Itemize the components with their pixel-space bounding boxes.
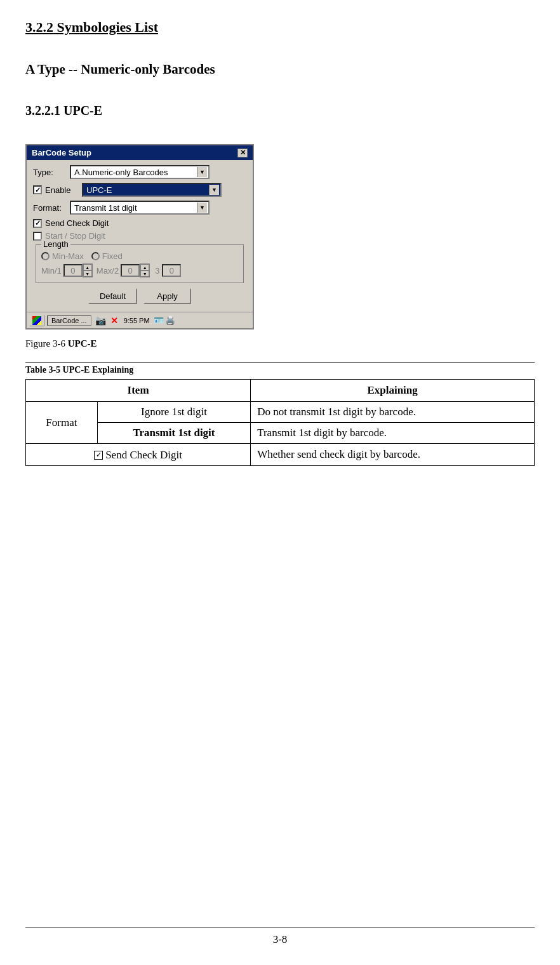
min-spin-input[interactable] — [63, 264, 83, 277]
format-label: Format: — [33, 203, 66, 213]
max-spinbox: ▲ ▼ — [121, 263, 150, 277]
max-label: Max/2 — [97, 266, 119, 276]
fixed-label: Fixed — [102, 251, 123, 261]
min-max-label: Min-Max — [52, 251, 84, 261]
figure-container: BarCode Setup ✕ Type: A.Numeric-only Bar… — [25, 144, 535, 329]
three-spinbox — [162, 264, 181, 277]
default-button[interactable]: Default — [88, 288, 137, 304]
subsection-title: 3.2.2.1 UPC-E — [25, 103, 535, 118]
item-header: Item — [26, 380, 251, 402]
table-caption-prefix: Table 3-5 — [25, 365, 60, 375]
enable-row: Enable UPC-E ▼ — [33, 183, 246, 197]
length-radio-row: Min-Max Fixed — [41, 251, 238, 261]
barcode-select-value: UPC-E — [84, 185, 209, 195]
dialog-titlebar: BarCode Setup ✕ — [27, 145, 253, 160]
max-spin-up[interactable]: ▲ — [140, 264, 149, 270]
explaining-table: Item Explaining Format Ignore 1st digit … — [25, 379, 535, 466]
format-cell: Format — [26, 402, 98, 444]
table-row: ✓ Send Check Digit Whether send check di… — [26, 444, 535, 466]
dialog-body: Type: A.Numeric-only Barcodes ▼ Enable U… — [27, 160, 253, 312]
page-number: 3-8 — [273, 933, 288, 945]
section-title: 3.2.2 Symbologies List — [25, 19, 535, 36]
table-row: Transmit 1st digit Transmit 1st digit by… — [26, 423, 535, 444]
fixed-radio[interactable] — [91, 252, 100, 260]
format-row: Format: Transmit 1st digit ▼ — [33, 201, 246, 215]
taskbar-camera-icon: 📷 — [95, 315, 107, 326]
table-row: Format Ignore 1st digit Do not transmit … — [26, 402, 535, 423]
min-max-radio[interactable] — [41, 252, 50, 260]
table-checkbox-icon: ✓ — [94, 451, 103, 460]
taskbar-start-button[interactable] — [29, 315, 44, 326]
send-check-digit-table-cell: ✓ Send Check Digit — [26, 444, 251, 466]
windows-flag-icon — [32, 316, 41, 325]
send-check-digit-table-label: Send Check Digit — [105, 449, 182, 462]
three-spin-input[interactable] — [162, 264, 181, 277]
page-footer-area: 3-8 — [0, 928, 560, 946]
taskbar-extra-icons: 🪪 🖨️ — [154, 316, 175, 325]
min-label: Min/1 — [41, 266, 62, 276]
min-spin-buttons: ▲ ▼ — [83, 263, 93, 277]
format-select[interactable]: Transmit 1st digit ▼ — [70, 201, 210, 215]
enable-checkbox[interactable] — [33, 185, 42, 194]
format-select-arrow: ▼ — [197, 203, 207, 213]
transmit-1st-explaining-cell: Transmit 1st digit by barcode. — [251, 423, 535, 444]
three-label: 3 — [155, 266, 159, 276]
min-spin-up[interactable]: ▲ — [83, 264, 92, 270]
table-caption-bold: UPC-E Explaining — [63, 365, 134, 375]
table-header-row: Item Explaining — [26, 380, 535, 402]
taskbar-x-icon: ✕ — [109, 315, 120, 326]
barcode-setup-dialog: BarCode Setup ✕ Type: A.Numeric-only Bar… — [25, 144, 254, 329]
type-select-value: A.Numeric-only Barcodes — [72, 168, 197, 177]
type-title: A Type -- Numeric-only Barcodes — [25, 62, 535, 77]
taskbar-app-button[interactable]: BarCode ... — [47, 316, 91, 326]
max-spin-buttons: ▲ ▼ — [140, 263, 150, 277]
send-check-digit-checkbox[interactable] — [33, 219, 42, 228]
dialog-taskbar: BarCode ... 📷 ✕ 9:55 PM 🪪 🖨️ — [27, 312, 253, 328]
figure-caption-prefix: Figure 3-6 — [25, 338, 65, 349]
apply-button[interactable]: Apply — [143, 288, 191, 304]
transmit-1st-digit-cell: Transmit 1st digit — [97, 423, 250, 444]
dialog-close-button[interactable]: ✕ — [237, 149, 248, 157]
barcode-select-arrow: ▼ — [209, 185, 219, 195]
ignore-1st-explaining-cell: Do not transmit 1st digit by barcode. — [251, 402, 535, 423]
length-inputs-row: Min/1 ▲ ▼ Max/2 ▲ ▼ — [41, 263, 238, 277]
min-spinbox: ▲ ▼ — [63, 263, 93, 277]
start-stop-digit-checkbox[interactable] — [33, 232, 42, 241]
table-caption: Table 3-5 UPC-E Explaining — [25, 362, 535, 375]
taskbar-time: 9:55 PM — [124, 317, 150, 324]
type-label: Type: — [33, 168, 66, 177]
taskbar-id-icon: 🪪 — [154, 316, 164, 325]
max-spin-down[interactable]: ▼ — [140, 270, 149, 277]
taskbar-print-icon: 🖨️ — [165, 316, 175, 325]
send-check-explaining-cell: Whether send check digit by barcode. — [251, 444, 535, 466]
send-check-digit-row: Send Check Digit — [33, 218, 246, 228]
type-select-arrow: ▼ — [197, 167, 207, 177]
format-select-value: Transmit 1st digit — [72, 203, 197, 213]
type-select[interactable]: A.Numeric-only Barcodes ▼ — [70, 165, 210, 179]
barcode-select[interactable]: UPC-E ▼ — [82, 183, 222, 197]
figure-caption: Figure 3-6 UPC-E — [25, 338, 535, 349]
dialog-title: BarCode Setup — [32, 148, 91, 157]
length-group: Length Min-Max Fixed Min/1 ▲ ▼ — [36, 244, 244, 283]
length-group-label: Length — [41, 239, 70, 249]
max-spin-input[interactable] — [121, 264, 140, 277]
send-check-digit-label: Send Check Digit — [45, 218, 109, 228]
min-spin-down[interactable]: ▼ — [83, 270, 92, 277]
taskbar-icons-area: 📷 ✕ — [95, 315, 120, 326]
enable-label: Enable — [45, 185, 78, 195]
figure-caption-bold: UPC-E — [68, 338, 97, 349]
dialog-buttons: Default Apply — [33, 288, 246, 304]
ignore-1st-digit-cell: Ignore 1st digit — [97, 402, 250, 423]
footer-line: 3-8 — [25, 928, 535, 946]
type-row: Type: A.Numeric-only Barcodes ▼ — [33, 165, 246, 179]
explaining-header: Explaining — [251, 380, 535, 402]
